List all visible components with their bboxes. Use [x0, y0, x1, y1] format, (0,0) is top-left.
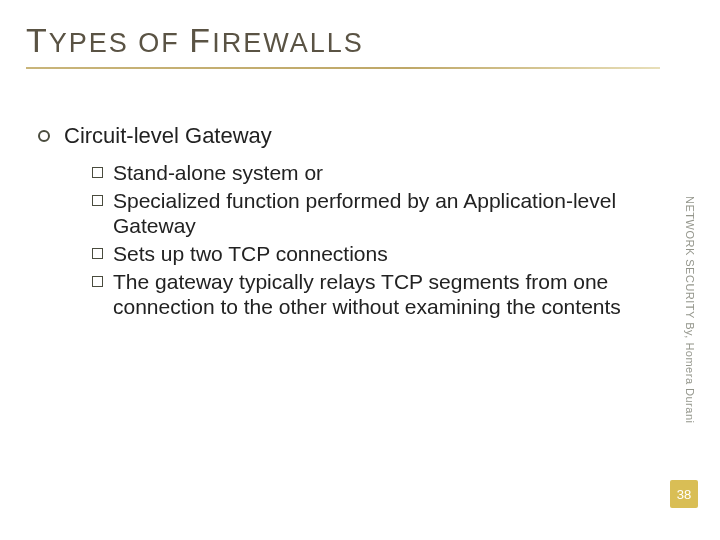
- title-underline: [26, 67, 660, 69]
- list-item: Sets up two TCP connections: [92, 241, 646, 267]
- slide-title: TYPES OF FIREWALLS: [26, 22, 686, 59]
- main-bullet-row: Circuit-level Gateway: [38, 123, 646, 150]
- subitem-text: Sets up two TCP connections: [113, 241, 388, 267]
- title-word2: OF: [138, 28, 180, 58]
- subitem-text: Stand-alone system or: [113, 160, 323, 186]
- slide: TYPES OF FIREWALLS Circuit-level Gateway…: [0, 0, 720, 540]
- title-word3-cap: F: [189, 21, 212, 59]
- subitem-text: Specialized function performed by an App…: [113, 188, 646, 239]
- title-word1-rest: YPES: [49, 28, 129, 58]
- subitems-list: Stand-alone system or Specialized functi…: [92, 160, 646, 320]
- list-item: Specialized function performed by an App…: [92, 188, 646, 239]
- list-item: The gateway typically relays TCP segment…: [92, 269, 646, 320]
- list-item: Stand-alone system or: [92, 160, 646, 186]
- title-word3-rest: IREWALLS: [212, 28, 364, 58]
- square-bullet-icon: [92, 276, 103, 287]
- main-bullet-text: Circuit-level Gateway: [64, 123, 272, 150]
- square-bullet-icon: [92, 167, 103, 178]
- circle-bullet-icon: [38, 130, 50, 142]
- page-number-badge: 38: [670, 480, 698, 508]
- content-area: Circuit-level Gateway Stand-alone system…: [26, 123, 686, 319]
- page-number-text: 38: [677, 487, 691, 502]
- title-word1-cap: T: [26, 21, 49, 59]
- subitem-text: The gateway typically relays TCP segment…: [113, 269, 646, 320]
- vertical-side-label: NETWORK SECURITY By, Homera Durani: [684, 196, 696, 423]
- square-bullet-icon: [92, 195, 103, 206]
- square-bullet-icon: [92, 248, 103, 259]
